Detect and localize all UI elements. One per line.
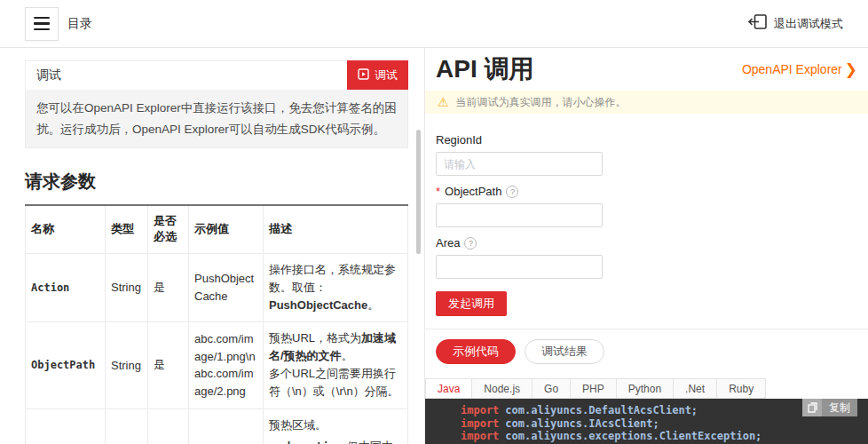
code-text: com.aliyuncs.IAcsClient; — [505, 417, 659, 430]
param-type: String — [106, 253, 148, 321]
area-input[interactable] — [436, 255, 603, 279]
desc-text: 预热URL，格式为 — [269, 331, 361, 345]
debug-box: 调试 调试 您可以在OpenAPI Explorer中直接运行该接口，免去您计算… — [25, 60, 408, 148]
debug-button[interactable]: 调试 — [347, 60, 408, 90]
debug-description: 您可以在OpenAPI Explorer中直接运行该接口，免去您计算签名的困扰。… — [26, 90, 407, 147]
lang-tab-java[interactable]: Java — [425, 378, 472, 399]
debug-box-title: 调试 — [36, 67, 61, 83]
table-row-objectpath: ObjectPath String 是 abc.com/image/1.png\… — [26, 322, 408, 409]
area-label: Area — [436, 236, 460, 250]
code-keyword: import — [461, 430, 499, 442]
exit-icon — [747, 14, 767, 33]
param-name: Area — [26, 408, 106, 444]
lang-tab-php[interactable]: PHP — [570, 378, 617, 399]
param-description: 预热区域。 domestic：仅中国内地。 overseas：全球（不包含中国内… — [264, 408, 408, 444]
api-form: RegionId * ObjectPath ? Area ? 发起调用 — [425, 114, 868, 316]
doc-panel-scrollbar — [414, 48, 424, 444]
code-keyword: import — [461, 417, 499, 430]
copy-label: 复制 — [822, 399, 857, 416]
table-row-action: Action String 是 PushObjectCache 操作接口名，系统… — [26, 253, 408, 321]
chevron-right-icon: ❯ — [845, 60, 857, 79]
api-call-title: API 调用 — [436, 55, 533, 83]
desc-bullet-list: domestic：仅中国内地。 overseas：全球（不包含中国内地）。 — [269, 438, 402, 444]
param-required: 是 — [148, 322, 189, 409]
tab-sample-code[interactable]: 示例代码 — [436, 339, 516, 364]
code-line: importcom.aliyuncs.exceptions.ClientExce… — [461, 430, 868, 443]
lang-tab-python[interactable]: Python — [616, 378, 674, 399]
col-header-description: 描述 — [264, 205, 408, 253]
param-example: abc.com/image/1.png\nabc.com/image/2.png — [189, 322, 264, 409]
help-icon[interactable]: ? — [464, 237, 477, 250]
param-name: Action — [26, 253, 106, 321]
col-header-name: 名称 — [26, 205, 106, 253]
desc-bold: PushObjectCache — [269, 298, 367, 312]
table-row-area: Area String 否 domestic 预热区域。 domestic：仅中… — [26, 408, 408, 444]
exit-debug-button[interactable]: 退出调试模式 — [747, 14, 843, 33]
col-header-type: 类型 — [106, 205, 148, 253]
exit-label: 退出调试模式 — [774, 16, 843, 32]
regionid-label: RegionId — [436, 133, 482, 147]
request-params-heading: 请求参数 — [25, 170, 408, 194]
lang-tab-dotnet[interactable]: .Net — [673, 378, 717, 399]
param-type: String — [106, 408, 148, 444]
param-description: 操作接口名，系统规定参数。取值：PushObjectCache。 — [264, 253, 408, 321]
copy-icon — [802, 399, 822, 416]
toc-button[interactable] — [25, 7, 59, 41]
lang-tab-nodejs[interactable]: Node.js — [471, 378, 533, 399]
col-header-required: 是否必选 — [148, 205, 189, 253]
objectpath-label: ObjectPath — [445, 185, 501, 198]
desc-text: 多个URL之间需要用换行符（\n）或（\r\n）分隔。 — [269, 365, 402, 400]
main-area: 调试 调试 您可以在OpenAPI Explorer中直接运行该接口，免去您计算… — [0, 48, 868, 444]
desc-text: 。 — [342, 349, 353, 362]
regionid-input[interactable] — [436, 152, 603, 176]
table-header-row: 名称 类型 是否必选 示例值 描述 — [26, 205, 408, 253]
toc-label: 目录 — [67, 16, 92, 32]
param-type: String — [106, 322, 148, 409]
desc-text: 预热区域。 — [269, 416, 402, 434]
explorer-link-label: OpenAPI Explorer — [742, 62, 842, 76]
param-name: ObjectPath — [26, 322, 106, 409]
sample-code-block: 复制 importcom.aliyuncs.DefaultAcsClient; … — [425, 399, 868, 444]
warning-text: 当前调试为真实调用，请小心操作。 — [456, 95, 627, 110]
toc-control: 目录 — [25, 7, 92, 41]
lang-tab-ruby[interactable]: Ruby — [716, 378, 766, 399]
desc-text: 操作接口名，系统规定参数。取值： — [269, 263, 396, 294]
menu-icon — [34, 17, 50, 31]
warning-icon: ⚠ — [438, 96, 449, 108]
copy-button[interactable]: 复制 — [802, 399, 857, 416]
explorer-panel: API 调用 OpenAPI Explorer ❯ ⚠ 当前调试为真实调用，请小… — [424, 48, 868, 444]
param-description: 预热URL，格式为加速域名/预热的文件。 多个URL之间需要用换行符（\n）或（… — [264, 322, 408, 409]
param-required: 否 — [148, 408, 189, 444]
param-example: PushObjectCache — [189, 253, 264, 321]
invoke-button[interactable]: 发起调用 — [436, 291, 507, 316]
code-text: com.aliyuncs.DefaultAcsClient; — [505, 404, 698, 416]
doc-panel: 调试 调试 您可以在OpenAPI Explorer中直接运行该接口，免去您计算… — [0, 48, 414, 444]
openapi-explorer-link[interactable]: OpenAPI Explorer ❯ — [742, 60, 857, 79]
language-tabs: Java Node.js Go PHP Python .Net Ruby — [425, 378, 868, 399]
scrollbar-thumb[interactable] — [416, 130, 421, 254]
tab-debug-result[interactable]: 调试结果 — [525, 339, 604, 364]
params-table: 名称 类型 是否必选 示例值 描述 Action String 是 PushOb… — [25, 204, 408, 444]
debug-icon — [358, 68, 369, 83]
code-keyword: import — [461, 404, 499, 416]
required-mark: * — [436, 185, 440, 198]
top-bar: 目录 退出调试模式 — [0, 0, 868, 48]
debug-button-label: 调试 — [375, 67, 398, 83]
col-header-example: 示例值 — [189, 205, 264, 253]
objectpath-input[interactable] — [436, 203, 603, 227]
param-example: domestic — [189, 408, 264, 444]
code-line: importcom.aliyuncs.IAcsClient; — [461, 417, 868, 431]
result-tabs: 示例代码 调试结果 — [425, 329, 868, 364]
lang-tab-go[interactable]: Go — [532, 378, 571, 399]
help-icon[interactable]: ? — [506, 186, 518, 198]
desc-text: 。 — [367, 298, 379, 312]
param-required: 是 — [148, 253, 189, 321]
code-text: com.aliyuncs.exceptions.ClientException; — [505, 430, 761, 442]
desc-code: domestic — [284, 440, 335, 444]
warning-banner: ⚠ 当前调试为真实调用，请小心操作。 — [425, 91, 868, 114]
